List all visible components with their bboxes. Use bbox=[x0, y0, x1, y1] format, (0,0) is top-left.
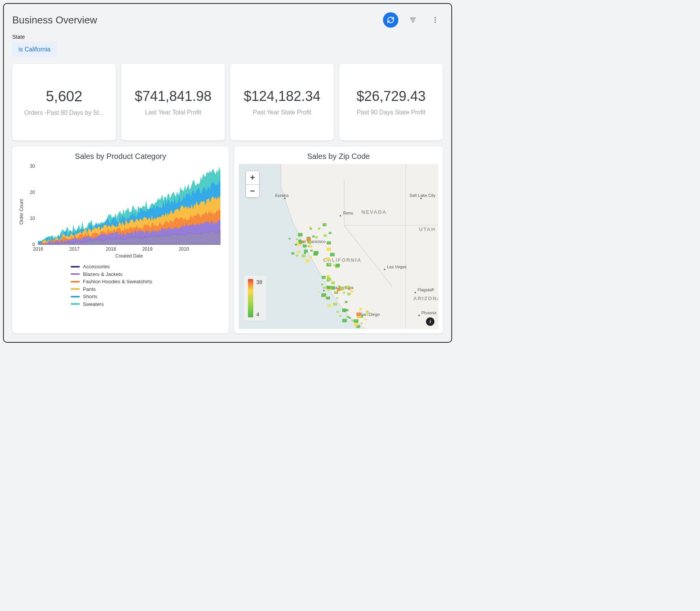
svg-rect-92 bbox=[351, 291, 354, 293]
svg-rect-105 bbox=[336, 297, 338, 299]
svg-rect-1 bbox=[411, 20, 415, 20]
kpi-card-last-year-profit[interactable]: $741,841.98 Last Year Total Profit bbox=[121, 64, 225, 140]
svg-rect-51 bbox=[297, 251, 300, 253]
map-legend: 38 4 bbox=[244, 276, 266, 320]
svg-rect-57 bbox=[312, 236, 315, 238]
more-button[interactable] bbox=[428, 12, 443, 28]
sales-by-category-chart: 010203020162017201820192020Order CountCr… bbox=[17, 164, 224, 260]
svg-text:2018: 2018 bbox=[106, 246, 116, 252]
svg-point-20 bbox=[340, 215, 341, 216]
filter-button[interactable] bbox=[405, 12, 421, 28]
map-legend-min: 4 bbox=[256, 311, 262, 317]
map-zoom-controls: + − bbox=[246, 171, 259, 198]
svg-rect-71 bbox=[307, 238, 311, 241]
sales-by-zip-card[interactable]: Sales by Zip Code CALIFORNIA NEVADA UTAH bbox=[234, 147, 443, 334]
svg-rect-128 bbox=[327, 277, 330, 279]
legend-item: Accessories bbox=[71, 263, 224, 271]
svg-rect-103 bbox=[328, 304, 331, 307]
kpi-value: $741,841.98 bbox=[135, 88, 211, 104]
svg-text:Flagstaff: Flagstaff bbox=[418, 287, 434, 292]
filter-section: State is California bbox=[12, 34, 443, 57]
legend-item: Pants bbox=[71, 286, 224, 293]
svg-rect-87 bbox=[345, 301, 347, 303]
svg-rect-91 bbox=[349, 317, 351, 319]
filter-label: State bbox=[12, 34, 443, 40]
svg-rect-37 bbox=[296, 239, 298, 240]
svg-point-30 bbox=[420, 198, 422, 199]
svg-text:Reno: Reno bbox=[343, 211, 353, 215]
svg-rect-133 bbox=[326, 258, 330, 261]
svg-rect-54 bbox=[302, 254, 305, 258]
svg-rect-36 bbox=[289, 238, 291, 239]
kpi-value: $26,729.43 bbox=[357, 88, 426, 104]
svg-rect-80 bbox=[321, 293, 326, 297]
svg-point-3 bbox=[434, 17, 436, 18]
svg-text:20: 20 bbox=[30, 190, 35, 195]
svg-text:Salt Lake City: Salt Lake City bbox=[409, 193, 436, 198]
filter-chip-text: is California bbox=[18, 46, 51, 53]
map-info-button[interactable]: i bbox=[426, 317, 434, 326]
svg-point-28 bbox=[384, 269, 385, 270]
legend-item: Shorts bbox=[71, 293, 224, 301]
sales-by-category-card[interactable]: Sales by Product Category 01020302016201… bbox=[12, 147, 229, 334]
svg-text:Eureka: Eureka bbox=[275, 193, 289, 198]
svg-point-24 bbox=[323, 290, 325, 291]
svg-rect-127 bbox=[331, 281, 335, 284]
svg-rect-47 bbox=[304, 249, 308, 252]
map-state-nevada: NEVADA bbox=[362, 209, 387, 215]
svg-rect-60 bbox=[298, 239, 301, 242]
map-zoom-out-button[interactable]: − bbox=[246, 184, 259, 197]
svg-rect-76 bbox=[338, 285, 340, 287]
svg-rect-116 bbox=[359, 308, 362, 310]
svg-rect-110 bbox=[354, 323, 358, 326]
kpi-card-orders[interactable]: 5,602 Orders -Past 90 Days by St... bbox=[12, 64, 116, 140]
svg-rect-79 bbox=[347, 316, 349, 318]
legend-item: Blazers & Jackets bbox=[71, 271, 224, 278]
svg-rect-120 bbox=[335, 291, 337, 293]
svg-rect-136 bbox=[329, 263, 331, 265]
legend-label: Accessories bbox=[83, 263, 110, 271]
svg-rect-118 bbox=[354, 319, 358, 323]
refresh-button[interactable] bbox=[383, 12, 398, 28]
svg-text:Order Count: Order Count bbox=[19, 199, 24, 225]
svg-point-5 bbox=[434, 21, 436, 23]
chart-row: Sales by Product Category 01020302016201… bbox=[12, 147, 443, 334]
svg-rect-69 bbox=[327, 241, 331, 244]
kpi-card-past-year-state-profit[interactable]: $124,182.34 Past Year State Profit bbox=[230, 64, 334, 140]
svg-text:Phoenix: Phoenix bbox=[421, 310, 437, 315]
sales-legend: AccessoriesBlazers & JacketsFashion Hood… bbox=[71, 263, 224, 308]
svg-text:30: 30 bbox=[30, 164, 35, 169]
svg-rect-134 bbox=[330, 253, 335, 256]
header-row: Business Overview bbox=[12, 12, 443, 28]
kpi-card-past-90-state-profit[interactable]: $26,729.43 Past 90 Days State Profit bbox=[339, 64, 443, 140]
svg-rect-2 bbox=[412, 21, 414, 22]
filter-icon bbox=[409, 16, 417, 24]
svg-text:10: 10 bbox=[30, 216, 35, 221]
svg-text:2017: 2017 bbox=[69, 246, 80, 252]
svg-rect-63 bbox=[291, 252, 294, 254]
svg-rect-61 bbox=[295, 244, 297, 246]
kpi-label: Orders -Past 90 Days by St... bbox=[24, 109, 104, 116]
map-container[interactable]: CALIFORNIA NEVADA UTAH ARIZONA Eureka Re… bbox=[239, 164, 438, 329]
svg-rect-42 bbox=[309, 256, 312, 258]
legend-swatch bbox=[71, 288, 80, 290]
svg-rect-72 bbox=[310, 228, 312, 230]
map-zoom-in-button[interactable]: + bbox=[246, 171, 259, 184]
map-legend-gradient bbox=[248, 279, 253, 317]
filter-chip-state[interactable]: is California bbox=[12, 42, 57, 57]
svg-rect-107 bbox=[367, 313, 369, 315]
legend-label: Sweaters bbox=[83, 301, 104, 308]
svg-rect-48 bbox=[296, 254, 299, 256]
svg-text:Created Date: Created Date bbox=[116, 253, 143, 259]
svg-rect-137 bbox=[327, 248, 331, 251]
svg-rect-68 bbox=[329, 232, 332, 234]
svg-point-4 bbox=[434, 19, 436, 20]
legend-item: Sweaters bbox=[71, 301, 224, 308]
svg-rect-135 bbox=[336, 264, 340, 267]
svg-text:2020: 2020 bbox=[179, 246, 189, 252]
svg-rect-56 bbox=[296, 242, 298, 243]
svg-text:2016: 2016 bbox=[33, 246, 43, 252]
svg-rect-49 bbox=[310, 250, 313, 252]
legend-label: Blazers & Jackets bbox=[83, 271, 122, 278]
map-state-arizona: ARIZONA bbox=[413, 296, 438, 301]
